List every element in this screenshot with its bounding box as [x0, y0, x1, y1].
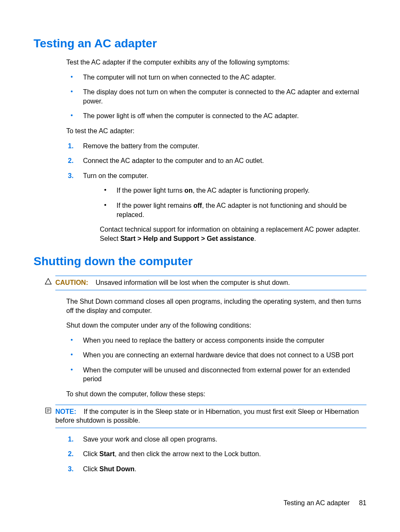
- note-icon: [44, 407, 53, 415]
- text-fragment: .: [254, 235, 256, 242]
- list-item: The display does not turn on when the co…: [66, 88, 366, 106]
- footer-title: Testing an AC adapter: [283, 499, 349, 506]
- list-item: Connect the AC adapter to the computer a…: [66, 156, 366, 165]
- heading-shutting-down: Shutting down the computer: [34, 255, 366, 268]
- test-steps: Remove the battery from the computer. Co…: [66, 142, 366, 243]
- text-fragment: Click: [83, 465, 99, 473]
- bold-text: Start: [99, 450, 114, 457]
- bold-text: on: [184, 187, 193, 194]
- section1-body: Test the AC adapter if the computer exhi…: [66, 58, 366, 243]
- list-item: Remove the battery from the computer.: [66, 142, 366, 151]
- text-fragment: .: [135, 465, 136, 473]
- note-callout: NOTE: If the computer is in the Sleep st…: [55, 405, 366, 428]
- bold-text: off: [193, 202, 202, 209]
- note-text: If the computer is in the Sleep state or…: [55, 408, 359, 424]
- text-fragment: If the power light turns: [117, 187, 184, 194]
- list-item: Click Shut Down.: [66, 465, 366, 474]
- sub-bullet-list: If the power light turns on, the AC adap…: [100, 186, 366, 219]
- caution-label: CAUTION:: [55, 279, 88, 286]
- section2-body: The Shut Down command closes all open pr…: [66, 297, 366, 399]
- page-footer: Testing an AC adapter 81: [283, 499, 366, 507]
- shutdown-conditions-intro: Shut down the computer under any of the …: [66, 321, 366, 330]
- list-item: Turn on the computer. If the power light…: [66, 171, 366, 243]
- symptom-list: The computer will not turn on when conne…: [66, 73, 366, 121]
- list-item: When you are connecting an external hard…: [66, 351, 366, 360]
- shutdown-steps: Save your work and close all open progra…: [66, 435, 366, 474]
- caution-callout: CAUTION: Unsaved information will be los…: [55, 276, 366, 290]
- caution-icon: [44, 278, 53, 286]
- page-number: 81: [359, 499, 366, 506]
- document-page: Testing an AC adapter Test the AC adapte…: [0, 0, 400, 532]
- bold-text: Shut Down: [99, 465, 135, 473]
- svg-marker-0: [45, 279, 51, 284]
- conditions-list: When you need to replace the battery or …: [66, 336, 366, 384]
- step-text: Turn on the computer.: [83, 172, 148, 179]
- note-label: NOTE:: [55, 408, 76, 415]
- heading-testing-ac-adapter: Testing an AC adapter: [34, 37, 366, 50]
- text-fragment: , the AC adapter is functioning properly…: [192, 187, 309, 194]
- shutdown-steps-intro: To shut down the computer, follow these …: [66, 390, 366, 399]
- contact-text: Contact technical support for informatio…: [100, 225, 366, 243]
- text-fragment: Click: [83, 450, 99, 457]
- list-item: The computer will not turn on when conne…: [66, 73, 366, 82]
- test-intro: To test the AC adapter:: [66, 127, 366, 136]
- list-item: If the power light remains off, the AC a…: [100, 201, 366, 219]
- shutdown-steps-block: Save your work and close all open progra…: [66, 435, 366, 474]
- list-item: If the power light turns on, the AC adap…: [100, 186, 366, 195]
- section1-intro: Test the AC adapter if the computer exhi…: [66, 58, 366, 67]
- caution-text: Unsaved information will be lost when th…: [96, 279, 290, 286]
- text-fragment: , and then click the arrow next to the L…: [115, 450, 261, 457]
- list-item: When the computer will be unused and dis…: [66, 366, 366, 384]
- text-fragment: If the power light remains: [117, 202, 193, 209]
- list-item: Click Start, and then click the arrow ne…: [66, 449, 366, 459]
- section-shutting-down: Shutting down the computer CAUTION: Unsa…: [34, 255, 366, 473]
- list-item: Save your work and close all open progra…: [66, 435, 366, 444]
- shutdown-desc: The Shut Down command closes all open pr…: [66, 297, 366, 315]
- bold-text: Start > Help and Support > Get assistanc…: [120, 235, 254, 242]
- list-item: When you need to replace the battery or …: [66, 336, 366, 345]
- list-item: The power light is off when the computer…: [66, 111, 366, 121]
